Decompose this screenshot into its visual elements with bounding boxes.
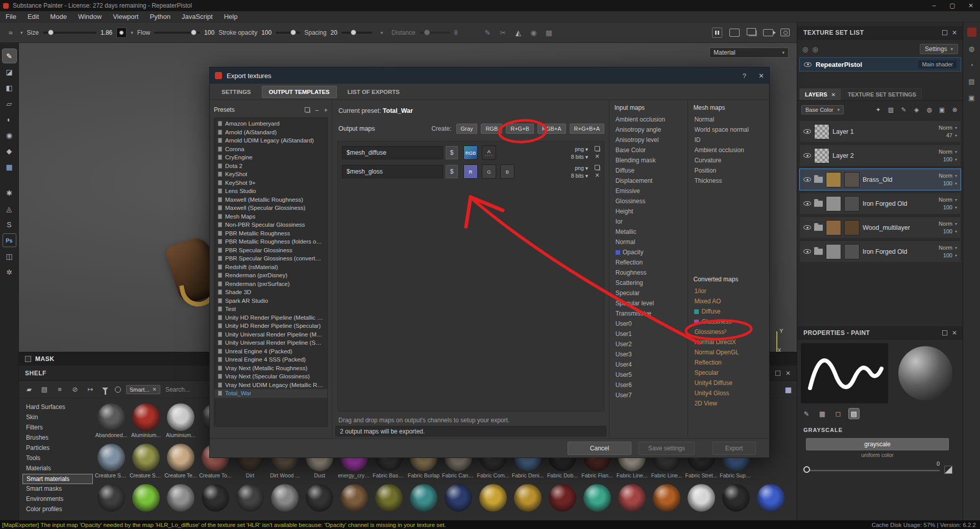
output-map-name-input[interactable] [342,146,443,159]
shelf-category-item[interactable]: Tools [22,453,93,464]
preset-item[interactable]: PBR Metallic Roughness (folders or PS... [214,237,327,246]
preset-item[interactable]: Renderman (pxrSurface) [214,280,327,288]
grayscale-slider[interactable] [806,470,940,471]
input-map-item[interactable]: User4 [609,359,688,370]
grid-view-icon[interactable]: ▦ [785,386,792,394]
settings-plugin-icon[interactable]: ✲ [3,265,16,279]
layer-name[interactable]: Iron Forged Old [863,248,908,255]
dialog-tab[interactable]: OUTPUT TEMPLATES [262,86,337,98]
mesh-map-item[interactable]: ID [688,135,769,145]
blend-mode-dropdown[interactable]: Norm▾ [939,221,957,227]
channel-chip-alpha[interactable]: A···· [482,146,496,160]
duplicate-map-icon[interactable] [595,146,600,151]
input-map-item[interactable]: Anisotropy angle [609,125,688,135]
mesh-map-item[interactable]: Position [688,165,769,176]
input-map-item[interactable]: Metallic [609,227,688,237]
blend-mode-dropdown[interactable]: Norm▾ [939,245,957,251]
converted-map-item[interactable]: Normal OpenGL [688,347,769,357]
material-sphere-thumbnail[interactable] [202,484,229,512]
layer-thumbnail[interactable] [826,244,841,259]
input-map-item[interactable]: Emissive [609,186,688,196]
shelf-category-item[interactable]: Skin [22,413,93,423]
layer-thumbnail-2[interactable] [844,172,860,187]
material-sphere-thumbnail[interactable] [306,484,333,512]
texture-set-settings-button[interactable]: Settings▾ [920,44,958,54]
visibility-eye-icon[interactable] [803,153,811,158]
texture-set-row[interactable]: RepeaterPistol Main shader [799,57,961,71]
material-sphere-thumbnail[interactable] [410,484,437,512]
menu-item[interactable]: Python [144,13,176,20]
input-map-item[interactable]: Opacity [609,247,688,257]
add-fill-layer-icon[interactable]: ◈ [912,106,921,114]
iray-render-icon[interactable] [747,28,756,35]
dialog-tab[interactable]: LIST OF EXPORTS [341,86,406,98]
menu-item[interactable]: Edit [22,13,44,20]
material-item[interactable] [441,484,476,513]
layer-thumbnail[interactable] [814,124,829,139]
material-item[interactable] [580,484,615,513]
material-item[interactable] [510,484,545,513]
preset-item[interactable]: Amazon Lumberyard [214,119,327,128]
layer-name[interactable]: Layer 2 [832,152,854,159]
material-item[interactable] [267,484,302,513]
save-settings-button[interactable]: Save settings [639,442,695,455]
eraser-tool-icon[interactable]: ◪ [3,65,16,79]
material-item[interactable]: Aluminium... [129,403,163,438]
mesh-map-item[interactable]: World space normal [688,125,769,135]
duplicate-map-icon[interactable] [595,165,600,170]
converted-map-item[interactable]: Unity4 Diffuse [688,378,769,388]
preset-item[interactable]: KeyShot 9+ [214,179,327,187]
log-panel-icon[interactable]: ▤ [967,77,976,86]
converted-map-item[interactable]: Mixed AO [688,296,769,306]
preset-item[interactable]: Arnold (AiStandard) [214,128,327,137]
material-item[interactable]: Aluminium... [163,403,198,438]
plugin-icon[interactable]: ✱ [3,186,16,200]
menu-item[interactable]: JavaScript [176,13,218,20]
input-map-item[interactable]: User7 [609,390,688,400]
material-item[interactable] [302,484,337,513]
material-sphere-thumbnail[interactable] [479,484,507,512]
folder-icon[interactable]: ▰ [24,384,34,395]
link-all-icon[interactable]: ◎ [812,45,818,53]
shelf-category-item[interactable]: Smart materials [22,474,93,484]
mesh-map-item[interactable]: Thickness [688,176,769,186]
input-map-item[interactable]: Transmissive [609,308,688,319]
material-sphere-thumbnail[interactable] [757,484,785,512]
mesh-map-item[interactable]: Normal [688,114,769,125]
layer-opacity-dropdown[interactable]: 100▾ [943,180,957,186]
menu-item[interactable]: Mode [44,13,72,20]
input-map-item[interactable]: Normal [609,237,688,247]
distance-slider[interactable] [420,32,450,34]
material-item[interactable]: Creature Ski... [94,444,129,478]
pencil-tool-icon[interactable]: ✎ [482,27,493,38]
preset-item[interactable]: Arnold UDIM Legacy (AiStandard) [214,136,327,145]
converted-map-item[interactable]: Specular [688,368,769,378]
material-sphere-thumbnail[interactable] [375,484,403,512]
remove-map-button[interactable]: ✕ [595,172,599,179]
pause-engine-icon[interactable] [712,28,722,38]
shelf-category-item[interactable]: Particles [22,443,93,453]
material-sphere-thumbnail[interactable] [688,484,715,512]
paint-tool-icon[interactable]: ✎ [3,49,16,63]
material-item[interactable] [684,484,719,513]
converted-map-item[interactable]: Glossiness [688,317,769,327]
close-panel-icon[interactable]: ✕ [952,30,957,35]
hide-labels-icon[interactable]: ⊘ [70,384,80,395]
undock-panel-icon[interactable] [775,371,780,376]
list-view-icon[interactable]: ≡ [55,384,65,395]
material-sphere-thumbnail[interactable] [167,484,194,512]
preset-item[interactable]: Renderman (pxrDisney) [214,271,327,280]
chevron-down-icon[interactable]: ▾ [131,30,133,35]
close-panel-icon[interactable]: ✕ [952,330,957,335]
import-resources-icon[interactable]: ↦ [85,384,95,395]
material-settings-icon[interactable]: ▤ [849,408,859,419]
delete-layer-icon[interactable]: ⊗ [950,106,959,114]
visibility-eye-icon[interactable] [803,177,811,182]
image-plugin-icon[interactable]: ◫ [3,249,16,263]
converted-map-item[interactable]: 1/ior [688,286,769,296]
create-map-button[interactable]: RGB [481,124,502,134]
visibility-eye-icon[interactable] [804,62,812,67]
material-sphere-thumbnail[interactable] [236,484,264,512]
display-settings-panel-icon[interactable]: ◍ [967,44,976,53]
material-item[interactable] [406,484,441,513]
